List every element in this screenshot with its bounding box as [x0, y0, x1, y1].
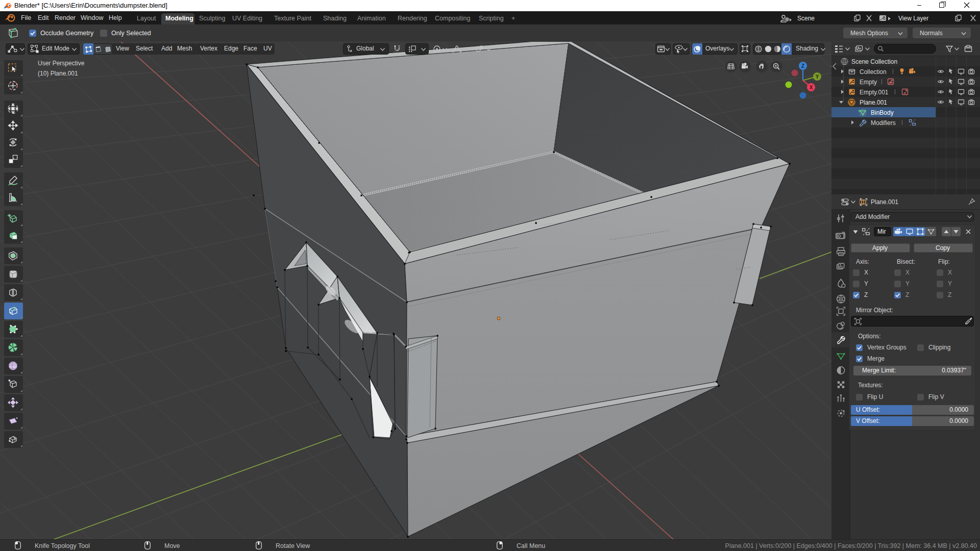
svg-text:Y: Y: [816, 74, 819, 80]
svg-text:User Perspective: User Perspective: [38, 60, 85, 67]
svg-text:X: X: [810, 85, 813, 90]
svg-text:(10) Plane.001: (10) Plane.001: [38, 70, 78, 77]
svg-text:Z: Z: [801, 63, 804, 69]
